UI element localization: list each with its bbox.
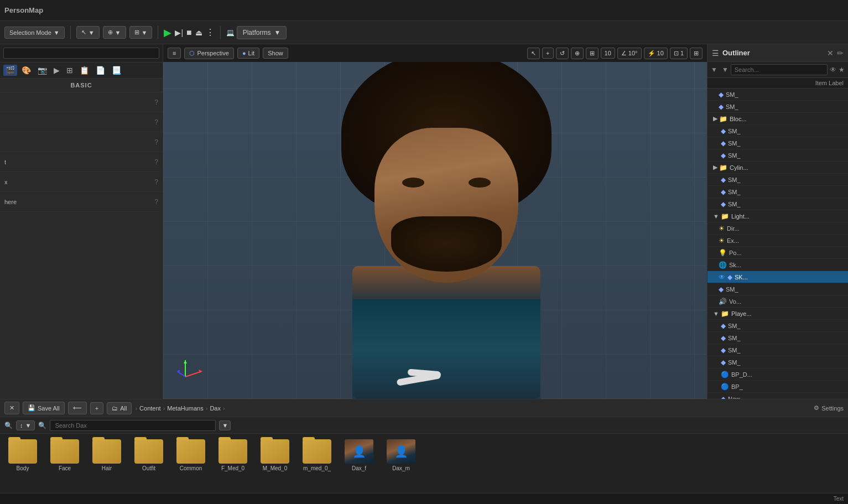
breadcrumb-sep-2: ›	[163, 405, 165, 412]
outliner-item-cyl-folder[interactable]: ▶ 📁 Cylin...	[707, 162, 848, 174]
outliner-item-sm-6[interactable]: ◆ SM_	[707, 174, 848, 186]
add-button[interactable]: +	[90, 402, 103, 414]
content-search-input[interactable]	[50, 420, 216, 431]
viewport-layout-button[interactable]: ⊡ 1	[670, 48, 688, 59]
prop-help-5[interactable]: ?	[154, 178, 158, 186]
folder-fmed0[interactable]: F_Med_0	[214, 437, 252, 501]
outliner-item-blok-folder[interactable]: ▶ 📁 Bloc...	[707, 113, 848, 125]
outliner-item-light-folder[interactable]: ▼ 📁 Light...	[707, 210, 848, 222]
icon-btn-camera[interactable]: 📷	[35, 65, 49, 76]
selection-mode-label: Selection Mode	[9, 29, 51, 36]
outliner-eye-icon[interactable]: 👁	[830, 66, 836, 74]
show-button[interactable]: Show	[263, 48, 288, 59]
folder-mmed0[interactable]: M_Med_0	[256, 437, 294, 501]
import-button[interactable]: ⟵	[68, 402, 87, 414]
icon-btn-clipboard[interactable]: 📋	[77, 65, 91, 76]
angle-button[interactable]: ∠ 10°	[617, 48, 642, 59]
thumb-dax-m[interactable]: 👤 Dax_m	[382, 437, 420, 501]
outliner-item-sm-8[interactable]: ◆ SM_	[707, 198, 848, 210]
outliner-item-sm-10[interactable]: ◆ SM_	[707, 320, 848, 332]
breadcrumb-dax[interactable]: Dax	[210, 405, 221, 412]
visibility-eye-icon[interactable]: 👁	[719, 273, 725, 281]
outliner-item-sm-11[interactable]: ◆ SM_	[707, 332, 848, 344]
outliner-item-ex[interactable]: ☀ Ex...	[707, 235, 848, 247]
outliner-item-sm-5[interactable]: ◆ SM_	[707, 149, 848, 162]
folder-icon-face	[50, 439, 79, 464]
icon-btn-scene[interactable]: 🎬	[3, 65, 17, 76]
snap-toggle-button[interactable]: ⊕	[571, 48, 584, 59]
icon-btn-grid[interactable]: ⊞	[64, 65, 75, 76]
more-options-button[interactable]: ⋮	[206, 27, 215, 38]
outliner-item-sm-9[interactable]: ◆ SM_	[707, 283, 848, 295]
outliner-close-button[interactable]: ✕	[827, 49, 834, 58]
prop-help-6[interactable]: ?	[154, 198, 158, 206]
folder-outfit[interactable]: Outfit	[129, 437, 168, 501]
breadcrumb-metahumans[interactable]: MetaHumans	[167, 405, 203, 412]
item-label: SM_	[728, 323, 741, 329]
save-all-button[interactable]: 💾 Save All	[23, 402, 65, 414]
folder-hair[interactable]: Hair	[87, 437, 126, 501]
prop-help-4[interactable]: ?	[154, 158, 158, 166]
outliner-item-vo[interactable]: 🔊 Vo...	[707, 295, 848, 308]
outliner-item-sm-1[interactable]: ◆ SM_	[707, 89, 848, 101]
folder-body[interactable]: Body	[3, 437, 42, 501]
thumb-dax-f[interactable]: 👤 Dax_f	[340, 437, 378, 501]
icon-btn-doc[interactable]: 📄	[93, 65, 107, 76]
filters-button[interactable]: 🗂 All	[107, 402, 132, 414]
mode-btn-2[interactable]: ⊕▼	[103, 26, 126, 39]
close-content-browser-button[interactable]: ✕	[4, 402, 19, 414]
search-dropdown-button[interactable]: ▼	[219, 420, 231, 430]
selection-mode-button[interactable]: Selection Mode ▼	[4, 27, 65, 39]
folder-mmed0-lc[interactable]: m_med_0_	[298, 437, 336, 501]
outliner-item-sky-selected[interactable]: 👁 ◆ SK...	[707, 271, 848, 283]
mesh-icon: ◆	[721, 139, 726, 147]
prop-help-3[interactable]: ?	[154, 138, 158, 146]
outliner-search-input[interactable]	[731, 64, 828, 75]
outliner-item-sm-4[interactable]: ◆ SM_	[707, 137, 848, 149]
breadcrumb-content[interactable]: Content	[139, 405, 161, 412]
viewport-menu-button[interactable]: ≡	[168, 48, 181, 59]
maximize-button[interactable]: ⊞	[690, 48, 703, 59]
folder-face[interactable]: Face	[45, 437, 84, 501]
icon-btn-play[interactable]: ▶	[51, 65, 62, 76]
content-settings-button[interactable]: ⚙ Settings	[814, 404, 844, 412]
item-label: SM_	[728, 347, 741, 354]
eject-button[interactable]: ⏏	[195, 28, 202, 37]
folder-common[interactable]: Common	[171, 437, 210, 501]
perspective-button[interactable]: ⬡ Perspective	[184, 48, 233, 59]
rotate-tool-button[interactable]: ↺	[556, 48, 569, 59]
lit-button[interactable]: ● Lit	[237, 48, 259, 59]
outliner-item-player-folder[interactable]: ▼ 📁 Playe...	[707, 308, 848, 320]
outliner-item-sk[interactable]: 🌐 Sk...	[707, 259, 848, 271]
mode-btn-1[interactable]: ↖▼	[76, 26, 100, 39]
icon-btn-material[interactable]: 🎨	[19, 65, 33, 76]
outliner-item-bp2[interactable]: 🔵 BP_	[707, 381, 848, 393]
outliner-item-sm-12[interactable]: ◆ SM_	[707, 344, 848, 356]
camera-speed-button[interactable]: ⚡ 10	[644, 48, 668, 59]
left-panel-search-input[interactable]	[3, 48, 159, 59]
icon-btn-doc2[interactable]: 📃	[110, 65, 123, 76]
sort-button[interactable]: ↕▼	[16, 420, 35, 430]
mode-btn-3[interactable]: ⊞▼	[129, 26, 153, 39]
outliner-edit-button[interactable]: ✏	[837, 49, 844, 58]
outliner-item-sm-7[interactable]: ◆ SM_	[707, 186, 848, 198]
grid-size-button[interactable]: 10	[601, 48, 615, 59]
play-button[interactable]: ▶	[164, 27, 171, 39]
outliner-star-icon[interactable]: ★	[839, 66, 845, 74]
translate-tool-button[interactable]: +	[542, 48, 553, 59]
outliner-item-dir[interactable]: ☀ Dir...	[707, 222, 848, 235]
outliner-item-sm-3[interactable]: ◆ SM_	[707, 125, 848, 137]
outliner-item-po[interactable]: 💡 Po...	[707, 247, 848, 259]
prop-help-2[interactable]: ?	[154, 118, 158, 126]
viewport[interactable]: ≡ ⬡ Perspective ● Lit Show ↖ + ↺ ⊕ ⊞ 10 …	[163, 44, 707, 399]
outliner-item-sm-2[interactable]: ◆ SM_	[707, 101, 848, 113]
outliner-item-new[interactable]: ◆ New...	[707, 393, 848, 399]
outliner-item-bp[interactable]: 🔵 BP_D...	[707, 368, 848, 381]
outliner-item-sm-13[interactable]: ◆ SM_	[707, 356, 848, 368]
step-button[interactable]: ▶|	[175, 28, 183, 37]
stop-button[interactable]: ■	[186, 28, 192, 38]
platforms-button[interactable]: Platforms ▼	[237, 26, 287, 39]
world-grid-button[interactable]: ⊞	[586, 48, 599, 59]
select-tool-button[interactable]: ↖	[527, 48, 540, 59]
prop-help-1[interactable]: ?	[154, 98, 158, 106]
